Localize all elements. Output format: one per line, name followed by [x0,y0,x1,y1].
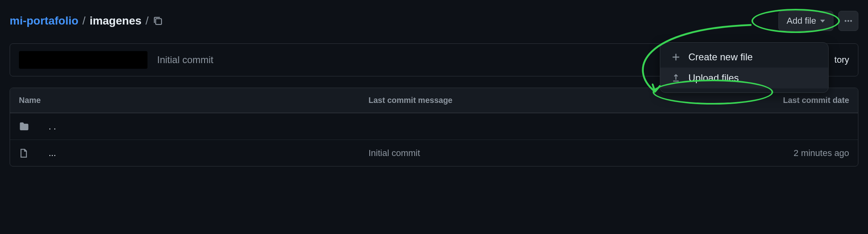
add-file-label: Add file [787,16,816,26]
svg-point-2 [848,20,849,22]
header-row: mi-portafolio / imagenes / Add file [10,10,858,32]
row-commit-date: 2 minutes ago [721,148,849,158]
breadcrumb-repo-link[interactable]: mi-portafolio [10,14,78,27]
folder-icon [19,121,42,132]
col-header-name[interactable]: Name [19,96,362,105]
breadcrumb: mi-portafolio / imagenes / [10,14,163,27]
svg-rect-0 [156,18,162,25]
breadcrumb-current-folder: imagenes [90,14,141,27]
header-actions: Add file Create new file [778,11,858,31]
breadcrumb-separator: / [82,14,86,27]
add-file-button[interactable]: Add file [778,11,833,31]
add-file-dropdown: Create new file Upload files [660,42,829,93]
file-name[interactable]: ... [49,148,362,158]
create-new-file-item[interactable]: Create new file [660,47,828,68]
plus-icon [671,53,681,62]
col-header-message: Last commit message [368,96,714,105]
history-link-partial[interactable]: tory [834,55,849,65]
col-header-date: Last commit date [721,96,849,105]
last-commit-message[interactable]: Initial commit [157,54,213,66]
author-redacted-block [19,51,147,69]
svg-point-1 [845,20,846,22]
file-list-table: Name Last commit message Last commit dat… [10,88,858,166]
row-commit-msg[interactable]: Initial commit [368,148,714,158]
upload-files-item[interactable]: Upload files [660,68,828,88]
breadcrumb-trailing-separator: / [145,14,149,27]
upload-files-label: Upload files [688,72,739,84]
kebab-icon [844,16,853,25]
table-row[interactable]: . . [10,113,858,140]
upload-icon [671,74,681,82]
more-options-button[interactable] [838,11,858,31]
parent-dir-name[interactable]: . . [49,121,362,132]
table-row[interactable]: ... Initial commit 2 minutes ago [10,140,858,166]
chevron-down-icon [820,20,825,23]
create-new-file-label: Create new file [688,51,753,63]
file-icon [19,148,42,158]
copy-path-icon[interactable] [153,16,163,26]
svg-point-3 [850,20,852,22]
